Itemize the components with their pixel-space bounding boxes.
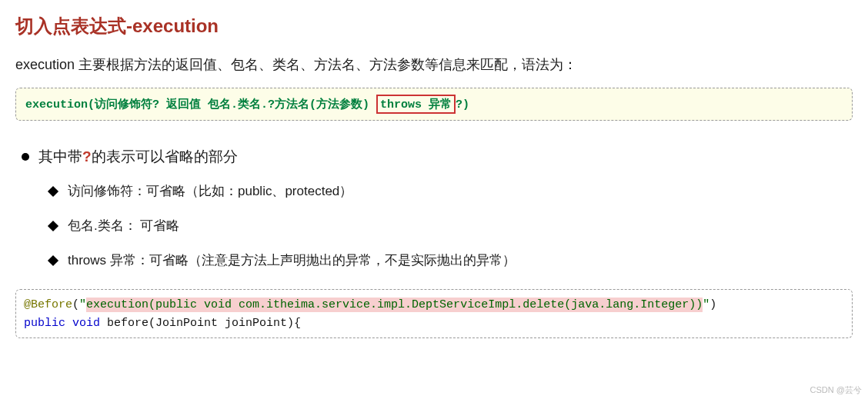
sub-item-text: 访问修饰符：可省略（比如：public、protected）: [68, 182, 352, 200]
page-title: 切入点表达式-execution: [15, 14, 853, 38]
code-method-name: before: [107, 317, 149, 330]
bullet-qmark: ?: [82, 148, 92, 165]
code-kw-public: public: [24, 317, 65, 330]
bullet-text-before: 其中带: [38, 147, 82, 167]
sub-list: 访问修饰符：可省略（比如：public、protected） 包名.类名： 可省…: [49, 182, 853, 269]
diamond-icon: [48, 220, 58, 231]
code-string-open: ": [79, 298, 86, 311]
sub-item: 访问修饰符：可省略（比如：public、protected）: [49, 182, 853, 200]
syntax-throws-highlight: throws 异常: [376, 95, 456, 114]
bullet-main: 其中带 ? 的表示可以省略的部分: [15, 147, 853, 167]
sub-item-text: 包名.类名： 可省略: [68, 217, 179, 234]
code-line-2: public void before(JoinPoint joinPoint){: [24, 314, 844, 333]
code-kw-void: void: [72, 317, 100, 330]
intro-text: execution 主要根据方法的返回值、包名、类名、方法名、方法参数等信息来匹…: [15, 55, 853, 74]
code-box: @Before("execution(public void com.ithei…: [15, 289, 853, 338]
code-method-params: (JoinPoint joinPoint){: [149, 317, 301, 330]
code-execution-expr: execution(public void com.itheima.servic…: [86, 298, 703, 312]
code-string-close: ": [703, 298, 709, 311]
sub-item: 包名.类名： 可省略: [49, 217, 853, 234]
bullet-disc-icon: [22, 153, 29, 161]
syntax-suffix: ?): [456, 98, 469, 111]
code-paren-close: ): [709, 298, 716, 311]
code-annotation: @Before: [24, 298, 72, 311]
sub-item: throws 异常：可省略（注意是方法上声明抛出的异常，不是实际抛出的异常）: [49, 251, 853, 269]
syntax-box: execution(访问修饰符? 返回值 包名.类名.?方法名(方法参数) th…: [15, 88, 853, 121]
diamond-icon: [48, 254, 58, 265]
syntax-prefix: execution(访问修饰符? 返回值 包名.类名.?方法名(方法参数): [25, 98, 376, 111]
code-line-1: @Before("execution(public void com.ithei…: [24, 296, 844, 314]
sub-item-text: throws 异常：可省略（注意是方法上声明抛出的异常，不是实际抛出的异常）: [68, 251, 516, 269]
code-paren-open: (: [72, 298, 79, 311]
diamond-icon: [48, 185, 58, 196]
bullet-text-after: 的表示可以省略的部分: [92, 147, 238, 167]
